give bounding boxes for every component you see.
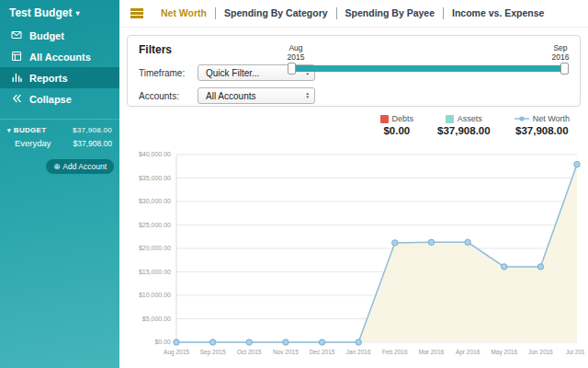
slider-end-label: Sep 2016 <box>548 43 572 62</box>
accounts-select[interactable]: All Accounts ▲▼ <box>198 87 315 104</box>
accounts-section: ▾ BUDGET $37,908.00 Everyday $37,908.00 … <box>0 119 119 174</box>
networth-chart: $0.00$5,000.00$10,000.00$15,000.00$20,00… <box>127 145 584 366</box>
tab-income-vs-expense[interactable]: Income vs. Expense <box>443 7 552 19</box>
svg-text:$15,000.00: $15,000.00 <box>139 269 171 275</box>
legend-value: $37,908.00 <box>437 125 491 136</box>
account-balance: $37,908.00 <box>73 139 112 148</box>
debts-swatch-icon <box>380 115 389 123</box>
sidebar-item-collapse[interactable]: Collapse <box>0 88 119 109</box>
legend-label: Net Worth <box>533 114 570 123</box>
sidebar-nav: Budget All Accounts Reports Collapse <box>0 25 119 109</box>
timeframe-selected-value: Quick Filter... <box>206 68 259 78</box>
svg-text:Jan 2016: Jan 2016 <box>346 349 371 355</box>
report-tabs: Net Worth Spending By Category Spending … <box>153 7 552 19</box>
svg-text:$30,000.00: $30,000.00 <box>139 198 171 204</box>
chart-legend: Debts $0.00 Assets $37,908.00 Net Worth … <box>119 107 588 144</box>
chart-area: $0.00$5,000.00$10,000.00$15,000.00$20,00… <box>119 144 588 368</box>
legend-value: $37,908.00 <box>514 125 570 136</box>
accounts-group-total: $37,908.00 <box>73 126 112 134</box>
sidebar: Test Budget ▾ Budget All Accounts Report… <box>0 0 119 368</box>
account-name: Everyday <box>15 138 51 148</box>
sidebar-item-budget[interactable]: Budget <box>0 25 119 46</box>
svg-text:Apr 2016: Apr 2016 <box>456 349 481 356</box>
svg-text:Jul 2016: Jul 2016 <box>566 349 584 355</box>
sidebar-item-reports[interactable]: Reports <box>0 67 119 88</box>
budget-accounts-group[interactable]: ▾ BUDGET $37,908.00 <box>0 123 119 136</box>
svg-text:Feb 2016: Feb 2016 <box>382 349 408 355</box>
select-arrows-icon: ▲▼ <box>306 92 310 99</box>
chevron-down-icon: ▾ <box>75 9 79 17</box>
sidebar-item-all-accounts[interactable]: All Accounts <box>0 46 119 67</box>
svg-text:Oct 2015: Oct 2015 <box>237 349 262 355</box>
add-account-label: Add Account <box>62 162 107 171</box>
chevron-down-icon: ▾ <box>7 127 11 134</box>
legend-item-net-worth: Net Worth $37,908.00 <box>514 114 570 144</box>
timeframe-slider: Aug 2015 Sep 2016 <box>289 43 567 72</box>
slider-start-label: Aug 2015 <box>284 43 308 62</box>
legend-label: Assets <box>458 114 482 123</box>
accounts-group-label: BUDGET <box>14 126 47 134</box>
main-content: Net Worth Spending By Category Spending … <box>119 0 588 368</box>
svg-text:Sep 2015: Sep 2015 <box>200 349 226 356</box>
accounts-label: Accounts: <box>139 91 198 101</box>
line-marker-icon <box>514 115 529 122</box>
plus-circle-icon: ⊕ <box>53 162 60 171</box>
svg-text:$10,000.00: $10,000.00 <box>139 292 171 298</box>
app-window: Test Budget ▾ Budget All Accounts Report… <box>0 0 588 368</box>
budget-switcher[interactable]: Test Budget ▾ <box>0 0 119 25</box>
legend-value: $0.00 <box>380 125 414 136</box>
svg-text:Dec 2015: Dec 2015 <box>310 349 335 355</box>
svg-text:$5,000.00: $5,000.00 <box>142 316 171 322</box>
tab-spending-by-payee[interactable]: Spending By Payee <box>336 7 443 19</box>
accounts-row: Accounts: All Accounts ▲▼ <box>139 87 569 104</box>
slider-labels: Aug 2015 Sep 2016 <box>289 43 567 65</box>
svg-text:Jun 2016: Jun 2016 <box>528 349 553 355</box>
reports-icon <box>11 72 22 85</box>
legend-item-assets: Assets $37,908.00 <box>437 114 491 144</box>
add-account-button[interactable]: ⊕ Add Account <box>46 159 114 174</box>
svg-text:$20,000.00: $20,000.00 <box>139 245 171 251</box>
tab-spending-by-category[interactable]: Spending By Category <box>215 7 336 19</box>
accounts-icon <box>11 51 22 63</box>
budget-title-label: Test Budget <box>9 6 72 19</box>
svg-text:Aug 2015: Aug 2015 <box>164 349 189 356</box>
sidebar-item-label: Reports <box>29 73 68 84</box>
collapse-icon <box>11 93 22 106</box>
tab-net-worth[interactable]: Net Worth <box>153 7 215 19</box>
add-account-row: ⊕ Add Account <box>0 150 119 174</box>
timeframe-label: Timeframe: <box>139 68 198 78</box>
sidebar-item-label: Collapse <box>29 94 72 105</box>
svg-text:Nov 2015: Nov 2015 <box>273 349 299 355</box>
svg-text:$40,000.00: $40,000.00 <box>139 151 171 157</box>
svg-text:$0.00: $0.00 <box>154 339 171 345</box>
slider-handle-end[interactable] <box>560 63 569 75</box>
legend-item-debts: Debts $0.00 <box>380 114 414 144</box>
report-tabs-bar: Net Worth Spending By Category Spending … <box>119 0 588 28</box>
budget-icon <box>11 29 22 42</box>
svg-text:$35,000.00: $35,000.00 <box>139 175 171 181</box>
filters-panel: Filters Timeframe: Quick Filter... ▲▼ Ac… <box>127 35 581 107</box>
assets-swatch-icon <box>446 115 454 123</box>
svg-text:Mar 2016: Mar 2016 <box>419 349 445 355</box>
legend-label: Debts <box>392 114 414 123</box>
sidebar-item-label: Budget <box>29 30 64 41</box>
slider-handle-start[interactable] <box>288 63 296 75</box>
slider-track[interactable] <box>289 65 567 72</box>
accounts-selected-value: All Accounts <box>206 91 255 101</box>
sidebar-item-label: All Accounts <box>29 52 91 63</box>
svg-text:May 2016: May 2016 <box>491 349 517 356</box>
account-row-everyday[interactable]: Everyday $37,908.00 <box>0 136 119 150</box>
svg-text:$25,000.00: $25,000.00 <box>139 222 171 228</box>
menu-icon[interactable] <box>130 8 143 18</box>
